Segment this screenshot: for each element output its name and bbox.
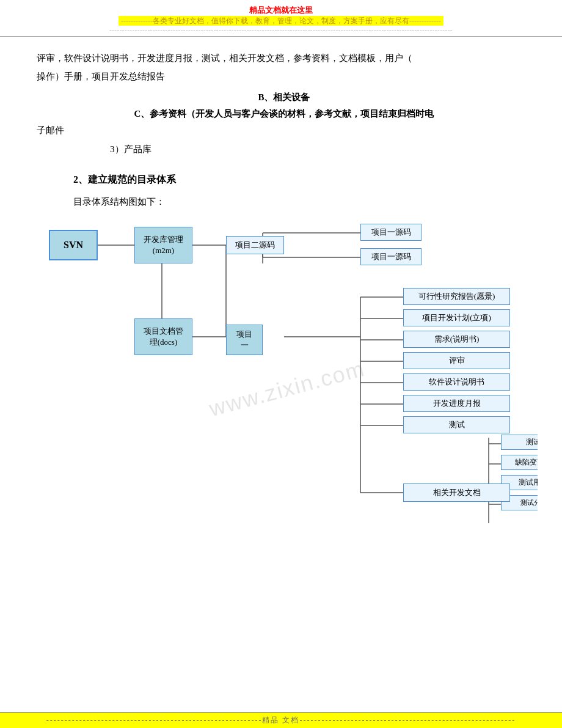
- project-two-src-box: 项目二源码: [226, 236, 284, 254]
- svn-label: SVN: [64, 238, 83, 252]
- software-design-box: 软件设计说明书: [403, 373, 510, 391]
- dev-progress-box: 开发进度月报: [403, 395, 510, 412]
- intro-paragraph: 评审，软件设计说明书，开发进度月报，测试，相关开发文档，参考资料，文档模板，用户…: [37, 49, 531, 67]
- related-dev-label: 相关开发文档: [433, 487, 481, 498]
- review-box: 评审: [403, 352, 510, 369]
- devplan-label: 项目开发计划(立项): [422, 312, 491, 323]
- doc-lib-box: 项目文档管理(docs): [134, 318, 192, 355]
- svn-box: SVN: [49, 230, 98, 260]
- project-one-src2-label: 项目一源码: [371, 251, 411, 262]
- project-two-src-label: 项目二源码: [235, 240, 275, 251]
- header-divider: ----------------------------------------…: [12, 26, 550, 34]
- dir-text: 目录体系结构图如下：: [73, 196, 531, 208]
- bug-label: 缺陷变更与追踪: [515, 457, 538, 468]
- section2-title: 2、建立规范的目录体系: [73, 174, 531, 186]
- feasibility-label: 可行性研究报告(愿景): [418, 291, 495, 302]
- doc-lib-label: 项目文档管理(docs): [144, 326, 183, 348]
- intro-text2: 操作）手册，项目开发总结报告: [37, 67, 531, 86]
- feasibility-box: 可行性研究报告(愿景): [403, 288, 510, 305]
- project-one-src1-box: 项目一源码: [360, 224, 422, 241]
- requirement-box: 需求(说明书): [403, 331, 510, 348]
- project-one-label: 项目一: [236, 329, 252, 351]
- project-one-src1-label: 项目一源码: [371, 227, 411, 238]
- test-box: 测试: [403, 416, 510, 433]
- project-one-src2-box: 项目一源码: [360, 248, 422, 265]
- diagram-container: www.zixin.com: [37, 218, 538, 560]
- footer: ----------------------------------------…: [0, 712, 562, 728]
- email-text: 子邮件: [37, 125, 531, 136]
- section-c-line: C、参考资料（开发人员与客户会谈的材料，参考文献，项目结束归档时电: [37, 108, 531, 120]
- bug-box: 缺陷变更与追踪: [501, 455, 538, 470]
- section-c-text: C、参考资料（开发人员与客户会谈的材料，参考文献，项目结束归档时电: [134, 109, 434, 119]
- main-content: 评审，软件设计说明书，开发进度月报，测试，相关开发文档，参考资料，文档模板，用户…: [0, 37, 562, 572]
- dev-lib-label: 开发库管理(m2m): [144, 234, 183, 256]
- product-label: 3）产品库: [110, 144, 531, 155]
- header: 精品文档就在这里 -------------各类专业好文档，值得你下载，教育，管…: [0, 0, 562, 37]
- review-label: 评审: [449, 355, 465, 366]
- dev-progress-label: 开发进度月报: [433, 398, 481, 409]
- footer-line: ----------------------------------------…: [0, 715, 562, 726]
- header-title: 精品文档就在这里: [12, 5, 550, 16]
- test-plan-label: 测试计划: [526, 437, 538, 447]
- test-analysis-label: 测试分析总结: [520, 498, 538, 507]
- requirement-label: 需求(说明书): [434, 334, 480, 345]
- related-dev-box: 相关开发文档: [403, 483, 510, 502]
- section-b-title: B、相关设备: [37, 92, 531, 103]
- watermark: www.zixin.com: [206, 356, 368, 422]
- devplan-box: 项目开发计划(立项): [403, 309, 510, 326]
- software-design-label: 软件设计说明书: [429, 377, 484, 388]
- header-subtitle: -------------各类专业好文档，值得你下载，教育，管理，论文，制度，方…: [12, 16, 550, 26]
- test-plan-box: 测试计划: [501, 435, 538, 450]
- dev-lib-box: 开发库管理(m2m): [134, 227, 192, 263]
- header-highlight: -------------各类专业好文档，值得你下载，教育，管理，论文，制度，方…: [119, 16, 443, 26]
- test-label: 测试: [449, 419, 465, 430]
- test-case-label: 测试用例设计: [519, 477, 538, 488]
- intro-text1: 评审，软件设计说明书，开发进度月报，测试，相关开发文档，参考资料，文档模板，用户…: [37, 53, 412, 63]
- project-one-box: 项目一: [226, 325, 263, 355]
